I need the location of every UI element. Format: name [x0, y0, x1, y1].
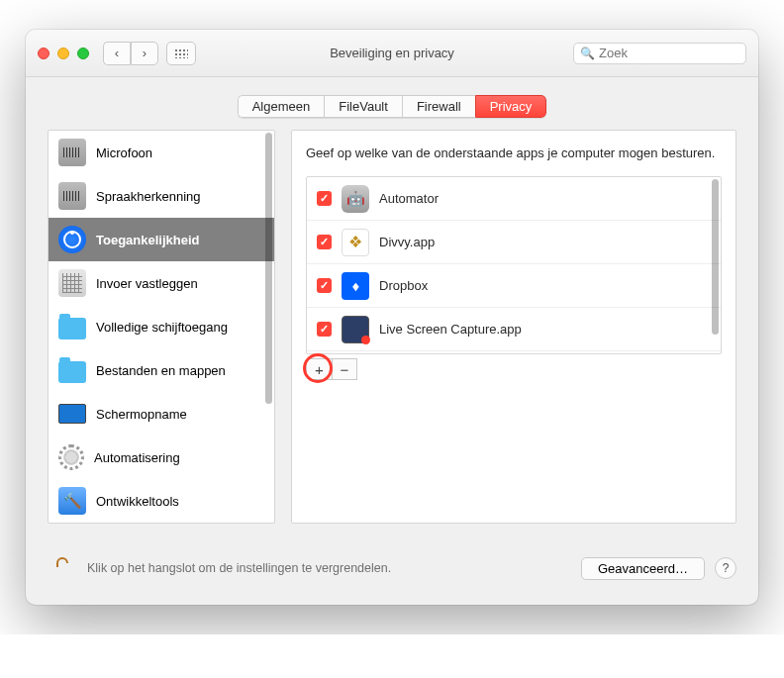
lock-open-icon: [49, 555, 75, 581]
list-item[interactable]: ✓ Live Screen Capture.app: [307, 308, 721, 351]
accessibility-icon: [58, 226, 86, 253]
folder-icon: [58, 361, 86, 383]
sidebar-item-label: Bestanden en mappen: [96, 363, 226, 378]
folder-icon: [58, 318, 86, 339]
sidebar-item-automation[interactable]: Automatisering: [49, 436, 274, 479]
app-name-label: Divvy.app: [379, 235, 435, 249]
tab-filevault[interactable]: FileVault: [324, 95, 402, 118]
microphone-icon: [58, 139, 86, 166]
footer: Klik op het hangslot om de instellingen …: [26, 541, 758, 605]
sidebar-item-label: Invoer vastleggen: [96, 276, 198, 291]
search-field[interactable]: 🔍: [573, 43, 746, 64]
tab-firewall[interactable]: Firewall: [402, 95, 475, 118]
sidebar-item-screen-recording[interactable]: Schermopname: [49, 392, 274, 436]
forward-button[interactable]: ›: [131, 42, 158, 65]
tab-general[interactable]: Algemeen: [238, 95, 325, 118]
sidebar-item-label: Volledige schijftoegang: [96, 320, 228, 335]
sidebar-item-label: Toegankelijkheid: [96, 233, 200, 247]
sidebar-item-accessibility[interactable]: Toegankelijkheid: [49, 218, 274, 261]
checkbox[interactable]: ✓: [317, 322, 332, 337]
pane-description: Geef op welke van de onderstaande apps j…: [306, 145, 722, 162]
sidebar-item-label: Ontwikkeltools: [96, 494, 179, 509]
app-icon-dropbox: [342, 272, 369, 300]
app-icon-live-screen-capture: [342, 316, 369, 343]
sidebar-item-input-monitoring[interactable]: Invoer vastleggen: [49, 261, 274, 305]
app-name-label: Automator: [379, 191, 439, 206]
show-all-button[interactable]: [166, 42, 196, 65]
titlebar: ‹ › Beveiliging en privacy 🔍: [26, 30, 758, 77]
detail-pane: Geef op welke van de onderstaande apps j…: [291, 130, 736, 524]
hammer-icon: [58, 487, 86, 515]
add-button[interactable]: +: [306, 358, 332, 380]
sidebar-item-developer-tools[interactable]: Ontwikkeltools: [49, 479, 274, 523]
app-name-label: Dropbox: [379, 278, 428, 293]
tab-privacy[interactable]: Privacy: [475, 95, 547, 118]
back-button[interactable]: ‹: [103, 42, 131, 65]
scrollbar-thumb[interactable]: [712, 179, 719, 335]
privacy-sidebar: Microfoon Spraakherkenning Toegankelijkh…: [48, 130, 275, 524]
sidebar-item-speech[interactable]: Spraakherkenning: [49, 174, 274, 218]
sidebar-item-label: Automatisering: [94, 450, 180, 465]
gear-icon: [58, 444, 84, 470]
close-icon[interactable]: [38, 48, 49, 59]
content-area: Microfoon Spraakherkenning Toegankelijkh…: [26, 130, 758, 541]
preferences-window: ‹ › Beveiliging en privacy 🔍 Algemeen Fi…: [26, 30, 758, 605]
minimize-icon[interactable]: [57, 48, 69, 59]
app-name-label: Live Screen Capture.app: [379, 322, 522, 337]
search-input[interactable]: [599, 46, 758, 60]
list-item[interactable]: ✓ Dropbox: [307, 264, 721, 308]
list-scrollbar[interactable]: [712, 179, 719, 351]
sidebar-item-microphone[interactable]: Microfoon: [49, 131, 274, 174]
keyboard-icon: [58, 269, 86, 297]
app-icon-divvy: [342, 229, 369, 256]
scrollbar-thumb[interactable]: [265, 133, 272, 404]
checkbox[interactable]: ✓: [317, 235, 332, 249]
help-button[interactable]: ?: [715, 557, 736, 579]
monitor-icon: [58, 404, 86, 424]
sidebar-item-files-folders[interactable]: Bestanden en mappen: [49, 348, 274, 392]
sidebar-scrollbar[interactable]: [265, 133, 272, 521]
sidebar-item-label: Spraakherkenning: [96, 189, 201, 204]
allowed-apps-list: ✓ Automator ✓ Divvy.app ✓ Dropbox ✓: [306, 176, 722, 354]
advanced-button[interactable]: Geavanceerd…: [581, 557, 705, 580]
nav-buttons: ‹ ›: [103, 42, 158, 65]
search-icon: 🔍: [580, 47, 595, 60]
sidebar-item-label: Microfoon: [96, 145, 152, 160]
add-remove-controls: + −: [306, 358, 722, 380]
list-item[interactable]: ✓ Divvy.app: [307, 221, 721, 264]
lock-text: Klik op het hangslot om de instellingen …: [87, 561, 391, 575]
speech-icon: [58, 182, 86, 210]
grid-icon: [174, 48, 188, 58]
sidebar-item-full-disk[interactable]: Volledige schijftoegang: [49, 305, 274, 348]
lock-button[interactable]: [48, 553, 77, 583]
checkbox[interactable]: ✓: [317, 191, 332, 206]
app-icon-automator: [342, 185, 369, 213]
zoom-icon[interactable]: [77, 48, 89, 59]
checkbox[interactable]: ✓: [317, 278, 332, 293]
sidebar-item-label: Schermopname: [96, 407, 187, 422]
remove-button[interactable]: −: [332, 358, 357, 380]
list-item[interactable]: ✓ Automator: [307, 177, 721, 221]
traffic-lights: [38, 48, 89, 59]
tab-bar: Algemeen FileVault Firewall Privacy: [26, 77, 758, 130]
